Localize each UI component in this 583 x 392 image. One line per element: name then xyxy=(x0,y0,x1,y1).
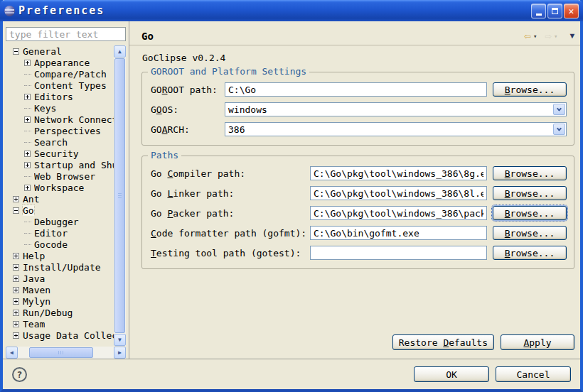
goos-combo[interactable]: windows xyxy=(225,102,567,116)
tree-item-workspace[interactable]: Workspace xyxy=(6,182,114,193)
close-button[interactable]: ✕ xyxy=(564,4,579,18)
testing-tool-path-input[interactable] xyxy=(310,246,487,260)
collapse-toggle-icon[interactable] xyxy=(13,207,19,214)
tree-item-team[interactable]: Team xyxy=(6,318,114,330)
code-formatter-path-row: Code formatter path (gofmt):Browse... xyxy=(151,226,567,240)
expand-toggle-icon[interactable] xyxy=(24,116,31,123)
expand-toggle-icon[interactable] xyxy=(24,94,31,100)
go-linker-path-browse-button[interactable]: Browse... xyxy=(493,186,567,200)
tree-item-web-browser[interactable]: Web Browser xyxy=(6,170,114,182)
testing-tool-path-browse-button[interactable]: Browse... xyxy=(493,246,567,260)
tree-item-usage-data-collect[interactable]: Usage Data Collect xyxy=(6,330,114,341)
go-linker-path-input[interactable] xyxy=(310,186,487,200)
hscrollbar-thumb[interactable] xyxy=(29,347,93,358)
tree-item-run-debug[interactable]: Run/Debug xyxy=(6,307,114,318)
forward-menu-icon[interactable]: ▾ xyxy=(554,33,557,40)
forward-button[interactable]: ⇨ xyxy=(545,31,552,42)
tree-item-general[interactable]: General xyxy=(6,45,114,57)
tree-item-keys[interactable]: Keys xyxy=(6,102,114,114)
expand-toggle-icon[interactable] xyxy=(13,310,19,316)
tree-item-label: Keys xyxy=(34,103,56,114)
chevron-down-icon[interactable] xyxy=(553,124,565,135)
tree-item-startup-and-shu[interactable]: Startup and Shu xyxy=(6,159,114,170)
scroll-right-button[interactable]: ▶ xyxy=(114,347,126,359)
maximize-button[interactable] xyxy=(547,4,562,18)
tree-item-content-types[interactable]: Content Types xyxy=(6,80,114,91)
tree-item-editors[interactable]: Editors xyxy=(6,91,114,102)
tree-connector xyxy=(24,142,31,143)
tree-item-debugger[interactable]: Debugger xyxy=(6,216,114,227)
tree-item-label: Debugger xyxy=(34,217,79,227)
expand-toggle-icon[interactable] xyxy=(13,196,19,202)
scroll-up-button[interactable]: ▲ xyxy=(114,45,126,58)
scroll-down-button[interactable]: ▼ xyxy=(114,334,126,346)
paths-group: Paths Go Compiler path:Browse...Go Linke… xyxy=(141,156,574,269)
minimize-icon xyxy=(536,13,542,16)
expand-toggle-icon[interactable] xyxy=(13,276,19,282)
tree-connector xyxy=(24,108,31,109)
expand-toggle-icon[interactable] xyxy=(13,253,19,259)
collapse-toggle-icon[interactable] xyxy=(13,48,19,55)
titlebar[interactable]: Preferences ✕ xyxy=(0,0,583,21)
go-packer-path-browse-button[interactable]: Browse... xyxy=(493,206,567,220)
expand-toggle-icon[interactable] xyxy=(13,298,19,305)
code-formatter-path-input[interactable] xyxy=(310,226,487,240)
expand-toggle-icon[interactable] xyxy=(24,162,31,168)
tree-item-gocode[interactable]: Gocode xyxy=(6,239,114,250)
tree-item-label: Ant xyxy=(23,194,39,205)
goroot-path-input[interactable] xyxy=(225,82,487,97)
tree-vscrollbar[interactable]: ▲ ▼ xyxy=(114,45,126,346)
restore-defaults-button[interactable]: Restore Defaults xyxy=(392,334,494,350)
maximize-icon xyxy=(552,8,558,14)
expand-toggle-icon[interactable] xyxy=(24,151,31,157)
back-menu-icon[interactable]: ▾ xyxy=(533,33,537,40)
group-title: Paths xyxy=(148,150,181,160)
tree-item-perspectives[interactable]: Perspectives xyxy=(6,125,114,136)
tree-item-network-connect[interactable]: Network Connect xyxy=(6,114,114,125)
tree-item-help[interactable]: Help xyxy=(6,250,114,261)
expand-toggle-icon[interactable] xyxy=(13,321,19,327)
apply-button[interactable]: Apply xyxy=(501,334,574,350)
tree-hscrollbar[interactable]: ◀ ▶ xyxy=(6,347,126,359)
tree-item-label: Startup and Shu xyxy=(34,160,114,170)
sidebar: GeneralAppearanceCompare/PatchContent Ty… xyxy=(3,27,129,359)
help-button[interactable]: ? xyxy=(12,367,27,382)
chevron-down-icon[interactable] xyxy=(553,104,565,115)
tree-item-security[interactable]: Security xyxy=(6,148,114,159)
filter-input[interactable] xyxy=(6,27,126,41)
expand-toggle-icon[interactable] xyxy=(13,287,19,293)
tree-item-compare-patch[interactable]: Compare/Patch xyxy=(6,68,114,80)
view-menu-button[interactable]: ▼ xyxy=(569,31,574,40)
tree-item-install-update[interactable]: Install/Update xyxy=(6,261,114,273)
scroll-left-button[interactable]: ◀ xyxy=(6,347,18,359)
back-button[interactable]: ⇦ xyxy=(524,31,531,42)
go-compiler-path-browse-button[interactable]: Browse... xyxy=(493,166,567,180)
expand-toggle-icon[interactable] xyxy=(24,185,31,191)
tree-item-label: Java xyxy=(23,273,45,284)
tree-item-mylyn[interactable]: Mylyn xyxy=(6,295,114,307)
tree-item-ant[interactable]: Ant xyxy=(6,193,114,205)
goroot-path-row: GOROOT path:Browse... xyxy=(151,82,567,97)
expand-toggle-icon[interactable] xyxy=(24,60,31,66)
tree-item-editor[interactable]: Editor xyxy=(6,227,114,239)
minimize-button[interactable] xyxy=(531,4,546,18)
tree-item-go[interactable]: Go xyxy=(6,205,114,216)
goos-label: GOOS: xyxy=(151,104,225,115)
tree-item-appearance[interactable]: Appearance xyxy=(6,57,114,68)
go-compiler-path-label: Go Compiler path: xyxy=(151,168,310,179)
cancel-button[interactable]: Cancel xyxy=(496,366,571,382)
tree-item-java[interactable]: Java xyxy=(6,273,114,284)
ok-button[interactable]: OK xyxy=(414,366,489,382)
code-formatter-path-browse-button[interactable]: Browse... xyxy=(493,226,567,240)
goarch-combo[interactable]: 386 xyxy=(225,122,567,136)
go-compiler-path-input[interactable] xyxy=(310,166,487,180)
expand-toggle-icon[interactable] xyxy=(13,332,19,339)
scroll-right-icon: ▶ xyxy=(118,349,122,356)
goroot-path-browse-button[interactable]: Browse... xyxy=(493,82,567,97)
hscrollbar-track[interactable] xyxy=(93,347,114,359)
tree-item-search[interactable]: Search xyxy=(6,136,114,148)
tree-item-maven[interactable]: Maven xyxy=(6,284,114,295)
vscrollbar-thumb[interactable] xyxy=(114,58,125,333)
go-packer-path-input[interactable] xyxy=(310,206,487,220)
expand-toggle-icon[interactable] xyxy=(13,264,19,271)
